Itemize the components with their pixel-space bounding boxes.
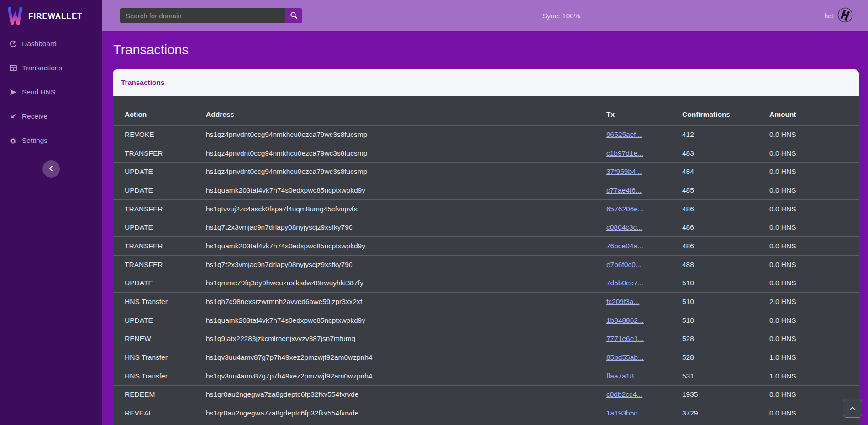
transactions-card: Transactions Action Address Tx Confirmat…: [113, 69, 859, 425]
sidebar-item-receive[interactable]: Receive: [0, 111, 102, 122]
send-icon: [9, 89, 17, 95]
tx-link[interactable]: 85bd55ab...: [606, 353, 644, 361]
address-cell: hs1qv3uu4amv87g7p7h49xez2pmzwjf92am0wzpn…: [206, 372, 606, 380]
confirmations-cell: 412: [682, 131, 769, 139]
table-row: HNS Transfer hs1qh7c98nexsrzwrmnh2avved6…: [113, 292, 859, 311]
tx-link[interactable]: c1b97d1e...: [606, 149, 643, 157]
amount-cell: 0.0 HNS: [769, 316, 859, 325]
tx-link[interactable]: 7771e6e1...: [606, 335, 644, 342]
tx-cell: 85bd55ab...: [606, 353, 682, 362]
wallet-area: hot: [825, 0, 853, 31]
topbar: Sync: 100% hot: [102, 0, 868, 31]
table-header-row: Action Address Tx Confirmations Amount: [113, 96, 859, 125]
brand: FIREWALLET: [0, 0, 102, 28]
action-cell: REVOKE: [125, 131, 206, 139]
sidebar: FIREWALLET Dashboard Transactions: [0, 0, 102, 425]
action-cell: HNS Transfer: [125, 353, 206, 362]
table-row: TRANSFER hs1q7t2x3vmjac9n7drlapy08nyjysc…: [113, 255, 859, 274]
tx-cell: 37f959b4...: [606, 168, 682, 176]
amount-cell: 0.0 HNS: [769, 131, 859, 139]
sidebar-item-dashboard[interactable]: Dashboard: [0, 38, 102, 49]
tx-link[interactable]: 96525aef...: [606, 131, 642, 138]
tx-cell: 7771e6e1...: [606, 335, 682, 343]
confirmations-cell: 510: [682, 279, 769, 287]
sidebar-nav: Dashboard Transactions Send HNS: [0, 38, 102, 146]
address-cell: hs1qtvvuj2zc4asck0fspa7l4uqm8umg45cfvupv…: [206, 205, 606, 213]
column-header-confirmations: Confirmations: [682, 110, 769, 119]
sidebar-collapse-button[interactable]: [42, 160, 60, 178]
address-cell: hs1qmme79fq3dy9hweuzuslksdw48trwuyhkt387…: [206, 279, 606, 287]
tx-link[interactable]: c77ae4f6...: [606, 186, 642, 194]
tx-link[interactable]: c0804c3c...: [606, 223, 642, 231]
amount-cell: 0.0 HNS: [769, 390, 859, 399]
confirmations-cell: 531: [682, 372, 769, 380]
tx-cell: 7d5b0ec7...: [606, 279, 682, 287]
tx-link[interactable]: e7b6f0c0...: [606, 261, 642, 268]
table-row: UPDATE hs1quamk203taf4vk7h74s0edxpwc85nc…: [113, 311, 859, 330]
amount-cell: 0.0 HNS: [769, 168, 859, 176]
tx-link[interactable]: 76bce04a...: [606, 242, 643, 250]
confirmations-cell: 510: [682, 316, 769, 325]
tx-cell: fc209f3a...: [606, 298, 682, 306]
amount-cell: 2.0 HNS: [769, 298, 859, 306]
scroll-to-top-button[interactable]: [843, 399, 862, 418]
gauge-icon: [9, 40, 17, 47]
action-cell: TRANSFER: [125, 242, 206, 250]
tx-cell: 96525aef...: [606, 131, 682, 139]
search-button[interactable]: [285, 8, 302, 23]
domain-searchbar: [120, 8, 302, 23]
address-cell: hs1qz4pnvdnt0ccg94nmkhcu0ezca79wc3s8fucs…: [206, 131, 606, 139]
handshake-logo-button[interactable]: [837, 7, 853, 24]
action-cell: RENEW: [125, 335, 206, 343]
table-row: REDEEM hs1qr0au2ngegwa7za8gdeptc6fp32fkv…: [113, 385, 859, 404]
table-row: RENEW hs1q9jatx22283jzkcmlrnenjxvvzv387j…: [113, 330, 859, 348]
tx-cell: e7b6f0c0...: [606, 261, 682, 269]
tx-link[interactable]: 1a193b5d...: [606, 409, 644, 417]
tx-link[interactable]: fc209f3a...: [606, 298, 639, 305]
amount-cell: 1.0 HNS: [769, 353, 859, 362]
sidebar-item-settings[interactable]: Settings: [0, 135, 102, 146]
search-input[interactable]: [120, 8, 285, 23]
chevron-left-icon: [48, 165, 54, 173]
table-row: REVOKE hs1qz4pnvdnt0ccg94nmkhcu0ezca79wc…: [113, 125, 859, 144]
wallet-name-label: hot: [825, 12, 833, 20]
action-cell: TRANSFER: [125, 261, 206, 269]
action-cell: UPDATE: [125, 279, 206, 287]
amount-cell: 1.0 HNS: [769, 372, 859, 380]
gear-icon: [9, 137, 17, 144]
address-cell: hs1qr0au2ngegwa7za8gdeptc6fp32fkv554fxrv…: [206, 409, 606, 417]
card-title: Transactions: [121, 79, 165, 87]
table-icon: [9, 65, 17, 71]
tx-link[interactable]: ffaa7a18...: [606, 372, 640, 380]
confirmations-cell: 484: [682, 168, 769, 176]
address-cell: hs1q9jatx22283jzkcmlrnenjxvvzv387jsn7mfu…: [206, 335, 606, 343]
address-cell: hs1quamk203taf4vk7h74s0edxpwc85ncptxwpkd…: [206, 316, 606, 325]
confirmations-cell: 1935: [682, 390, 769, 399]
column-header-tx: Tx: [606, 110, 682, 119]
tx-link[interactable]: 37f959b4...: [606, 168, 642, 175]
confirmations-cell: 3729: [682, 409, 769, 417]
column-header-address: Address: [206, 110, 606, 119]
tx-link[interactable]: c0db2cc4...: [606, 390, 642, 398]
action-cell: HNS Transfer: [125, 298, 206, 306]
tx-link[interactable]: 6576206e...: [606, 205, 644, 213]
confirmations-cell: 528: [682, 353, 769, 362]
card-header: Transactions: [113, 69, 859, 96]
sidebar-item-transactions[interactable]: Transactions: [0, 63, 102, 73]
amount-cell: 0.0 HNS: [769, 242, 859, 250]
action-cell: TRANSFER: [125, 205, 206, 213]
firewallet-logo-icon: [7, 6, 23, 27]
action-cell: UPDATE: [125, 186, 206, 194]
tx-link[interactable]: 1b848862...: [606, 316, 644, 324]
amount-cell: 0.0 HNS: [769, 205, 859, 213]
address-cell: hs1qh7c98nexsrzwrmnh2avved6awe59jzpr3xx2…: [206, 298, 606, 306]
amount-cell: 0.0 HNS: [769, 261, 859, 269]
confirmations-cell: 528: [682, 335, 769, 343]
confirmations-cell: 486: [682, 223, 769, 231]
confirmations-cell: 510: [682, 298, 769, 306]
table-row: TRANSFER hs1qtvvuj2zc4asck0fspa7l4uqm8um…: [113, 199, 859, 218]
sidebar-item-send-hns[interactable]: Send HNS: [0, 87, 102, 98]
address-cell: hs1q7t2x3vmjac9n7drlapy08nyjyscjz9xsfky7…: [206, 261, 606, 269]
tx-link[interactable]: 7d5b0ec7...: [606, 279, 643, 287]
amount-cell: 0.0 HNS: [769, 335, 859, 343]
